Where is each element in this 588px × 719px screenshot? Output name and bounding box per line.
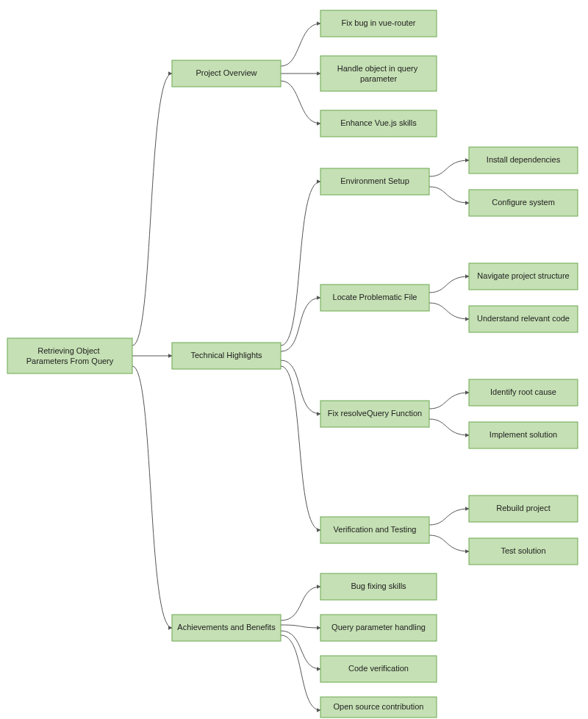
node-verify: Verification and Testing (320, 517, 429, 543)
node-env-c2-label: Configure system (492, 198, 555, 207)
node-overview-c3-label: Enhance Vue.js skills (340, 118, 417, 127)
node-fix: Fix resolveQuery Function (320, 401, 429, 427)
node-achieve-c1-label: Bug fixing skills (351, 582, 406, 590)
node-achieve-c3: Code verification (320, 656, 437, 682)
node-fix-label: Fix resolveQuery Function (328, 409, 422, 418)
node-overview-c2: Handle object in query parameter (320, 56, 437, 91)
node-fix-c2: Implement solution (469, 422, 578, 448)
edge-root-overview (132, 74, 172, 346)
edge-achieve-c1 (281, 587, 320, 620)
node-tech: Technical Highlights (172, 343, 281, 369)
edge-achieve-c4 (281, 635, 320, 710)
edge-verify-c1 (429, 509, 469, 525)
node-achieve-c3-label: Code verification (348, 664, 409, 673)
node-overview: Project Overview (172, 60, 281, 87)
node-verify-c1: Rebuild project (469, 496, 578, 522)
node-tech-label: Technical Highlights (190, 351, 262, 360)
node-overview-c3: Enhance Vue.js skills (320, 110, 437, 137)
node-locate-c2: Understand relevant code (469, 306, 578, 332)
node-root: Retrieving Object Parameters From Query (7, 338, 132, 373)
edge-env-c2 (429, 187, 469, 203)
node-overview-c1: Fix bug in vue-router (320, 10, 437, 37)
edge-verify-c2 (429, 535, 469, 551)
node-fix-c1-label: Identify root cause (490, 387, 556, 396)
node-achieve-c1: Bug fixing skills (320, 573, 437, 600)
node-verify-c2-label: Test solution (501, 546, 545, 555)
node-achieve-c4-label: Open source contribution (334, 702, 424, 711)
node-verify-label: Verification and Testing (334, 525, 417, 534)
node-achieve-c2-label: Query parameter handling (331, 623, 426, 632)
node-locate-label: Locate Problematic File (333, 293, 417, 301)
edge-root-achieve (132, 366, 172, 628)
edge-achieve-c3 (281, 631, 320, 669)
node-achieve-label: Achievements and Benefits (177, 623, 276, 632)
node-fix-c1: Identify root cause (469, 379, 578, 406)
node-achieve: Achievements and Benefits (172, 615, 281, 641)
edge-locate-c2 (429, 303, 469, 319)
edge-overview-c3 (281, 81, 320, 124)
node-locate-c1-label: Navigate project structure (477, 271, 569, 280)
node-overview-c1-label: Fix bug in vue-router (342, 18, 416, 27)
node-overview-label: Project Overview (196, 68, 257, 77)
edge-tech-locate (281, 298, 320, 351)
edge-fix-c1 (429, 393, 469, 409)
node-env-c2: Configure system (469, 190, 578, 216)
edge-tech-fix (281, 360, 320, 414)
node-verify-c1-label: Rebuild project (496, 504, 550, 512)
mindmap-diagram: Retrieving Object Parameters From Query … (0, 0, 588, 719)
node-env-c1: Install dependencies (469, 147, 578, 174)
node-achieve-c4: Open source contribution (320, 697, 437, 718)
node-locate-c1: Navigate project structure (469, 263, 578, 290)
node-achieve-c2: Query parameter handling (320, 615, 437, 641)
edge-overview-c1 (281, 24, 320, 66)
node-env-c1-label: Install dependencies (487, 155, 561, 164)
edge-env-c1 (429, 160, 469, 176)
edge-achieve-c2 (281, 625, 320, 628)
node-fix-c2-label: Implement solution (490, 430, 557, 439)
node-verify-c2: Test solution (469, 538, 578, 565)
edge-fix-c2 (429, 419, 469, 435)
node-env-label: Environment Setup (340, 176, 409, 185)
node-env: Environment Setup (320, 168, 429, 195)
edge-locate-c1 (429, 276, 469, 293)
node-locate: Locate Problematic File (320, 285, 429, 311)
node-locate-c2-label: Understand relevant code (477, 314, 570, 323)
